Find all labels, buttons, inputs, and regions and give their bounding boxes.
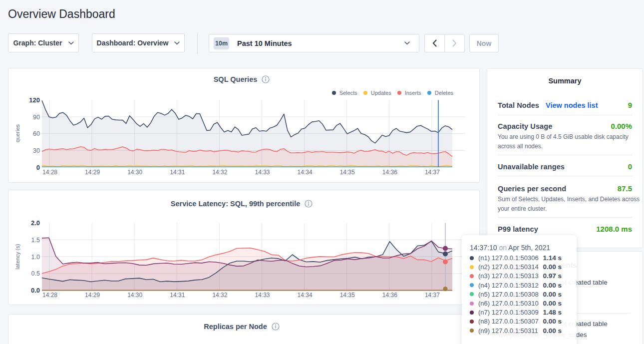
svg-text:14:34: 14:34: [298, 292, 313, 299]
svg-text:14:37: 14:37: [425, 292, 440, 299]
svg-text:14:33: 14:33: [255, 292, 270, 299]
svg-text:14:36: 14:36: [382, 169, 397, 176]
svg-text:14:35: 14:35: [340, 292, 355, 299]
svg-text:14:33: 14:33: [255, 169, 270, 176]
svg-text:14:29: 14:29: [85, 292, 100, 299]
svg-text:14:34: 14:34: [298, 169, 313, 176]
svg-text:14:31: 14:31: [170, 292, 185, 299]
svg-text:2.0: 2.0: [31, 219, 40, 227]
svg-text:14:28: 14:28: [42, 292, 57, 299]
svg-text:14:37: 14:37: [425, 169, 440, 176]
svg-text:60: 60: [33, 130, 40, 137]
svg-text:1.5: 1.5: [31, 237, 40, 244]
svg-text:0: 0: [36, 164, 40, 171]
svg-text:14:30: 14:30: [127, 292, 142, 299]
svg-text:1.0: 1.0: [31, 254, 40, 261]
svg-text:120: 120: [29, 96, 40, 104]
svg-text:0.5: 0.5: [31, 270, 40, 277]
svg-text:14:32: 14:32: [212, 169, 227, 176]
svg-text:14:29: 14:29: [85, 169, 100, 176]
svg-text:14:30: 14:30: [127, 169, 142, 176]
svg-text:14:36: 14:36: [382, 292, 397, 299]
svg-text:14:32: 14:32: [212, 292, 227, 299]
svg-text:queries: queries: [14, 124, 20, 142]
svg-text:latency (s): latency (s): [14, 244, 20, 270]
svg-text:14:28: 14:28: [42, 169, 57, 176]
svg-text:14:35: 14:35: [340, 169, 355, 176]
svg-text:0.0: 0.0: [31, 287, 40, 294]
svg-text:30: 30: [33, 147, 40, 154]
svg-text:14:31: 14:31: [170, 169, 185, 176]
svg-text:90: 90: [33, 114, 40, 121]
